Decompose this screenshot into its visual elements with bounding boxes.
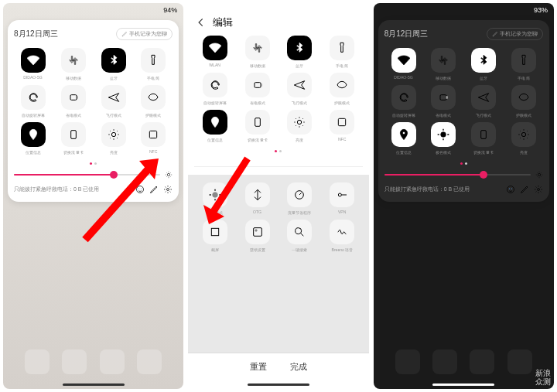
tile-button[interactable] [287,36,312,60]
tile-wifi[interactable]: DIDAO-5G [384,48,423,82]
tile-button[interactable] [203,182,227,207]
tile-eye[interactable]: 护眼模式 [504,85,543,119]
settings-icon[interactable] [163,185,173,194]
tile-button[interactable] [471,85,496,110]
home-indicator[interactable] [63,383,125,386]
tile-data[interactable]: 移动数据 [424,48,463,82]
tile-button[interactable] [101,122,126,147]
tile-button[interactable] [101,48,126,73]
tile-rotate[interactable]: 自动旋转屏幕 [14,85,53,119]
reset-button[interactable]: 重置 [250,361,267,373]
tile-button[interactable] [471,48,496,73]
tile-otg[interactable]: OTG [237,182,278,216]
tile-button[interactable] [245,182,270,207]
tile-button[interactable] [21,85,46,110]
tile-button[interactable] [61,85,86,110]
tile-search[interactable]: 一键搜索 [279,220,320,254]
tile-button[interactable] [511,85,536,110]
tile-plane[interactable]: 飞行模式 [279,73,320,107]
tile-button[interactable] [21,48,46,73]
note-pill[interactable]: 手机记录为您聊 [116,28,173,40]
user-icon[interactable] [506,185,515,194]
tile-button[interactable] [330,110,354,135]
tile-battery[interactable]: 省电模式 [237,73,278,107]
tile-button[interactable] [511,122,536,147]
tile-button[interactable] [203,110,227,135]
tile-data[interactable]: 移动数据 [237,36,278,70]
edit-icon[interactable] [149,185,159,194]
tile-button[interactable] [61,48,86,73]
tile-nfc[interactable]: NFC [134,122,173,156]
tile-button[interactable] [511,48,536,73]
tile-rotate[interactable]: 自动旋转屏幕 [384,85,423,119]
user-icon[interactable] [135,185,145,194]
tile-wifi[interactable]: WLAN [194,36,235,70]
settings-icon[interactable] [534,185,543,194]
auto-brightness-icon[interactable] [165,171,173,179]
tile-eye[interactable]: 护眼模式 [322,73,363,107]
tile-voice[interactable]: Breeno 语音 [322,220,363,254]
tile-bright[interactable]: 亮度 [279,110,320,144]
tile-bright[interactable]: 亮度 [504,122,543,156]
tile-vpn[interactable]: VPN [322,182,363,216]
home-indicator[interactable] [248,383,309,386]
tile-button[interactable] [203,73,227,97]
tile-bt[interactable]: 蓝牙 [94,48,133,82]
tile-loc[interactable]: 位置信息 [384,122,423,156]
tile-button[interactable] [245,110,270,135]
tile-torch[interactable]: 手电筒 [134,48,173,82]
tile-bt[interactable]: 蓝牙 [464,48,503,82]
tile-button[interactable] [431,85,456,110]
tile-button[interactable] [141,122,166,147]
tile-button[interactable] [245,73,270,97]
tile-eye[interactable]: 护眼模式 [134,85,173,119]
back-icon[interactable] [196,17,207,28]
brightness-slider[interactable] [384,174,531,176]
tile-data[interactable]: 移动数据 [54,48,93,82]
tile-button[interactable] [101,85,126,110]
tile-button[interactable] [287,182,312,207]
tile-torch[interactable]: 手电筒 [322,36,363,70]
home-indicator[interactable] [432,383,494,386]
note-pill[interactable]: 手机记录为您聊 [487,28,543,40]
tile-button[interactable] [391,122,416,147]
tile-loc[interactable]: 位置信息 [194,110,235,144]
tile-wifi[interactable]: DIDAO-5G [14,48,53,82]
tile-sun[interactable]: 极色模式 [194,182,235,216]
tile-button[interactable] [203,36,227,60]
tile-bt[interactable]: 蓝牙 [279,36,320,70]
tile-rotate[interactable]: 自动旋转屏幕 [194,73,235,107]
tile-button[interactable] [391,85,416,110]
done-button[interactable]: 完成 [290,361,307,373]
tile-button[interactable] [391,48,416,73]
tile-loc[interactable]: 位置信息 [14,122,53,156]
tile-plane[interactable]: 飞行模式 [94,85,133,119]
tile-button[interactable] [141,85,166,110]
tile-button[interactable] [245,36,270,60]
brightness-slider[interactable] [14,174,160,176]
tile-nfc[interactable]: NFC [322,110,363,144]
tile-button[interactable] [21,122,46,147]
tile-bright[interactable]: 亮度 [94,122,133,156]
edit-icon[interactable] [520,185,529,194]
tile-button[interactable] [287,73,312,97]
tile-button[interactable] [330,36,354,60]
auto-brightness-icon[interactable] [535,171,543,179]
tile-button[interactable] [141,48,166,73]
tile-button[interactable] [330,73,354,97]
tile-cap[interactable]: 截屏 [194,220,235,254]
tile-button[interactable] [431,122,456,147]
tile-button[interactable] [245,220,270,244]
tile-sim[interactable]: 切换流量卡 [464,122,503,156]
tile-button[interactable] [287,110,312,135]
tile-battery[interactable]: 省电模式 [424,85,463,119]
tile-torch[interactable]: 手电筒 [504,48,543,82]
tile-meter[interactable]: 流量节省程序 [279,182,320,216]
tile-button[interactable] [431,48,456,73]
tile-button[interactable] [61,122,86,147]
tile-button[interactable] [203,220,227,244]
tile-sun[interactable]: 极色模式 [424,122,463,156]
tile-wall[interactable]: 壁纸设置 [237,220,278,254]
tile-battery[interactable]: 省电模式 [54,85,93,119]
tile-plane[interactable]: 飞行模式 [464,85,503,119]
